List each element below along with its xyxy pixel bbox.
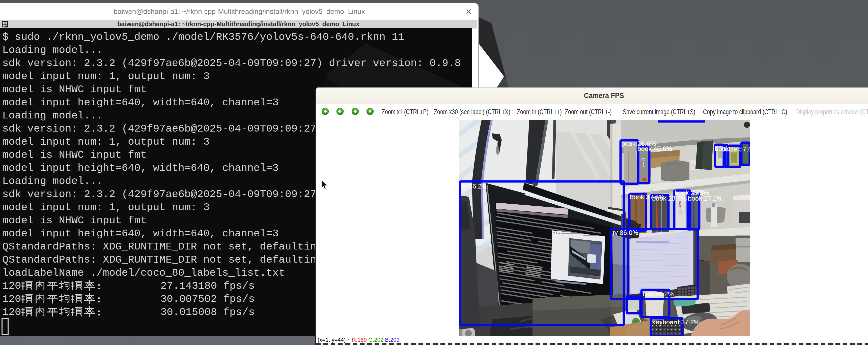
svg-text:book 27.1%: book 27.1% [688,195,722,202]
svg-text:bottle 57.6%: bottle 57.6% [721,145,750,153]
svg-text:book 40.6%: book 40.6% [638,145,672,152]
svg-text:keyboard 37.2%: keyboard 37.2% [652,318,700,326]
svg-text:cup 82.2%: cup 82.2% [643,290,674,298]
svg-text:tv 86.0%: tv 86.0% [613,229,638,236]
svg-text:tv 36.2%: tv 36.2% [462,182,487,190]
